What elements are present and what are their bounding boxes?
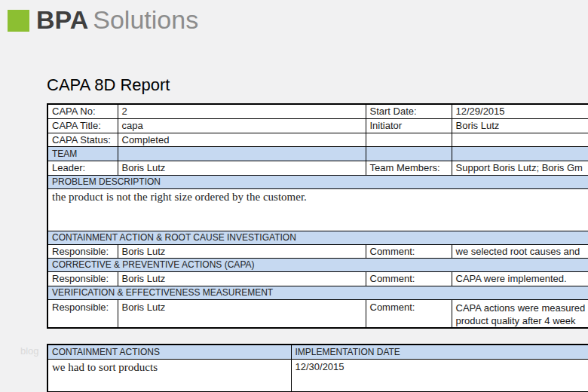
containment-action-value: we had to sort products <box>47 359 291 392</box>
problem-description-text: the product is not the right size ordere… <box>47 188 588 231</box>
watermark: blog <box>20 345 39 357</box>
team-section-header: TEAM <box>47 146 118 161</box>
verification-responsible-value: Boris Lutz <box>118 299 366 328</box>
team-members-value: Support Boris Lutz; Boris Gm <box>452 161 588 175</box>
containment-actions-column-header: CONTAINMENT ACTIONS <box>47 345 291 359</box>
team-section-header-fill <box>118 146 366 161</box>
corrective-responsible-value: Boris Lutz <box>118 271 366 286</box>
corrective-section-header: CORRECTIVE & PREVENTIVE ACTIONS (CAPA) <box>47 258 588 271</box>
brand-name-light: Solutions <box>93 5 198 34</box>
verification-responsible-label: Responsible: <box>47 299 118 328</box>
capa-status-label: CAPA Status: <box>47 133 118 146</box>
start-date-label: Start Date: <box>366 104 452 118</box>
page-title: CAPA 8D Report <box>47 75 170 95</box>
implementation-date-value: 12/30/2015 <box>291 359 588 392</box>
leader-value: Boris Lutz <box>118 161 366 175</box>
containment-responsible-value: Boris Lutz <box>118 244 366 258</box>
capa-no-label: CAPA No: <box>47 104 118 118</box>
containment-comment-value: we selected root causes and <box>452 244 588 258</box>
brand-name: BPASolutions <box>36 6 198 33</box>
verification-comment-line1: CAPA actions were measured <box>456 302 588 314</box>
containment-section-header: CONTAINMENT ACTION & ROOT CAUSE INVESTIG… <box>47 231 588 244</box>
verification-comment-label: Comment: <box>366 299 452 328</box>
capa-no-value: 2 <box>118 104 366 118</box>
brand-square-icon <box>8 10 29 32</box>
corrective-comment-value: CAPA were implemented. <box>452 271 588 286</box>
verification-section-header: VERIFICATION & EFFECTIVENESS MEASUREMENT <box>47 286 588 299</box>
brand-name-bold: BPA <box>36 5 88 34</box>
leader-label: Leader: <box>47 161 118 175</box>
start-date-value: 12/29/2015 <box>452 104 588 118</box>
implementation-date-column-header: IMPLEMENTATION DATE <box>291 345 588 359</box>
capa-status-value: Completed <box>118 133 366 146</box>
empty-cell <box>366 133 452 146</box>
capa-title-value: capa <box>118 118 366 133</box>
team-section-header-fill <box>452 146 588 161</box>
empty-cell <box>452 133 588 146</box>
corrective-comment-label: Comment: <box>366 271 452 286</box>
main-report-table: CAPA No: 2 Start Date: 12/29/2015 CAPA T… <box>47 103 588 329</box>
initiator-value: Boris Lutz <box>452 118 588 133</box>
containment-comment-label: Comment: <box>366 244 452 258</box>
containment-responsible-label: Responsible: <box>47 244 118 258</box>
team-members-label: Team Members: <box>366 161 452 175</box>
team-section-header-fill <box>366 146 452 161</box>
verification-comment-line2: product quality after 4 week <box>456 314 588 327</box>
containment-actions-table: CONTAINMENT ACTIONS IMPLEMENTATION DATE … <box>47 344 588 392</box>
initiator-label: Initiator <box>366 118 452 133</box>
brand-logo: BPASolutions <box>8 6 198 33</box>
verification-comment-value: CAPA actions were measured product quali… <box>452 299 588 328</box>
capa-title-label: CAPA Title: <box>47 118 118 133</box>
problem-section-header: PROBLEM DESCRIPTION <box>47 175 588 188</box>
corrective-responsible-label: Responsible: <box>47 271 118 286</box>
